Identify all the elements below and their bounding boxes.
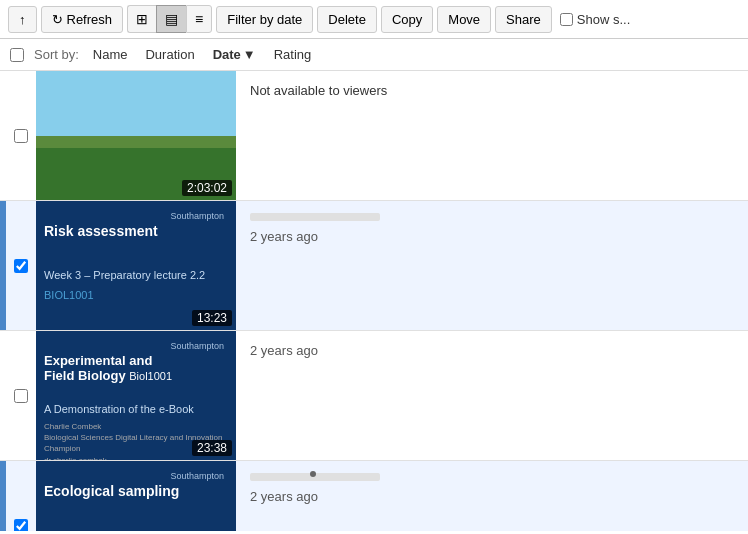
share-button[interactable]: Share	[495, 6, 552, 33]
item-thumbnail-4: Southampton Ecological sampling Week 3 –…	[36, 461, 236, 531]
select-all-checkbox[interactable]	[10, 48, 24, 62]
sort-by-label: Sort by:	[34, 47, 79, 62]
thumb-subtitle: A Demonstration of the e-Book	[44, 403, 228, 415]
show-checkbox[interactable]	[560, 13, 573, 26]
duration-badge-3: 23:38	[192, 440, 232, 456]
list-item: Southampton Risk assessment Week 3 – Pre…	[0, 201, 748, 331]
thumb-uni: Southampton	[164, 205, 230, 221]
item-info-3: 2 years ago	[236, 331, 748, 460]
item-checkbox-area[interactable]	[6, 201, 36, 330]
view-list-button[interactable]: ▤	[156, 5, 186, 33]
thumb-uni: Southampton	[164, 465, 230, 481]
show-checkbox-label[interactable]: Show s...	[560, 12, 630, 27]
item-checkbox-area[interactable]	[6, 71, 36, 200]
item-info-1: Not available to viewers	[236, 71, 748, 200]
view-detail-button[interactable]: ≡	[186, 5, 212, 33]
view-grid-button[interactable]: ⊞	[127, 5, 156, 33]
move-button[interactable]: Move	[437, 6, 491, 33]
view-toggle-group: ⊞ ▤ ≡	[127, 5, 212, 33]
thumb-title: Risk assessment	[44, 223, 228, 239]
refresh-button[interactable]: ↻ Refresh	[41, 6, 124, 33]
duration-badge-2: 13:23	[192, 310, 232, 326]
filter-date-button[interactable]: Filter by date	[216, 6, 313, 33]
date-bar	[250, 213, 380, 221]
duration-badge-1: 2:03:02	[182, 180, 232, 196]
refresh-icon: ↻	[52, 12, 63, 27]
thumb-title: Experimental andField Biology Biol1001	[44, 353, 228, 383]
sort-rating-button[interactable]: Rating	[270, 47, 316, 62]
item-date-3: 2 years ago	[250, 343, 734, 358]
video-list: 2:03:02 Not available to viewers Southam…	[0, 71, 748, 531]
item-thumbnail-1: 2:03:02	[36, 71, 236, 200]
thumb-subtitle: Week 3 – Preparatory lecture 2.2	[44, 269, 228, 281]
item-date-4: 2 years ago	[250, 489, 734, 504]
item-date-2: 2 years ago	[250, 229, 734, 244]
sort-duration-button[interactable]: Duration	[141, 47, 198, 62]
sort-date-button[interactable]: Date ▼	[209, 47, 260, 62]
item-info-4: 2 years ago	[236, 461, 748, 531]
item-thumbnail-2: Southampton Risk assessment Week 3 – Pre…	[36, 201, 236, 330]
item-thumbnail-3: Southampton Experimental andField Biolog…	[36, 331, 236, 460]
toolbar: ↑ ↻ Refresh ⊞ ▤ ≡ Filter by date Delete …	[0, 0, 748, 39]
item-checkbox-2[interactable]	[14, 259, 28, 273]
unavailable-text: Not available to viewers	[250, 83, 734, 98]
delete-button[interactable]: Delete	[317, 6, 377, 33]
thumb-title: Ecological sampling	[44, 483, 228, 499]
thumb-uni: Southampton	[164, 335, 230, 351]
date-bar-dot	[250, 473, 380, 481]
sort-row: Sort by: Name Duration Date ▼ Rating	[0, 39, 748, 71]
sort-name-button[interactable]: Name	[89, 47, 132, 62]
list-item: Southampton Ecological sampling Week 3 –…	[0, 461, 748, 531]
thumb-subtitle: Week 3 – Preparatory lecture 2.1	[44, 529, 228, 531]
list-item: 2:03:02 Not available to viewers	[0, 71, 748, 201]
thumb-code: BIOL1001	[44, 289, 94, 301]
item-checkbox-4[interactable]	[14, 519, 28, 532]
list-item: Southampton Experimental andField Biolog…	[0, 331, 748, 461]
list-icon: ▤	[165, 11, 178, 27]
item-checkbox-area[interactable]	[6, 461, 36, 531]
item-checkbox-area[interactable]	[6, 331, 36, 460]
copy-button[interactable]: Copy	[381, 6, 433, 33]
item-checkbox-3[interactable]	[14, 389, 28, 403]
up-button[interactable]: ↑	[8, 6, 37, 33]
item-info-2: 2 years ago	[236, 201, 748, 330]
detail-icon: ≡	[195, 11, 203, 27]
grid-icon: ⊞	[136, 11, 148, 27]
up-icon: ↑	[19, 12, 26, 27]
item-checkbox-1[interactable]	[14, 129, 28, 143]
